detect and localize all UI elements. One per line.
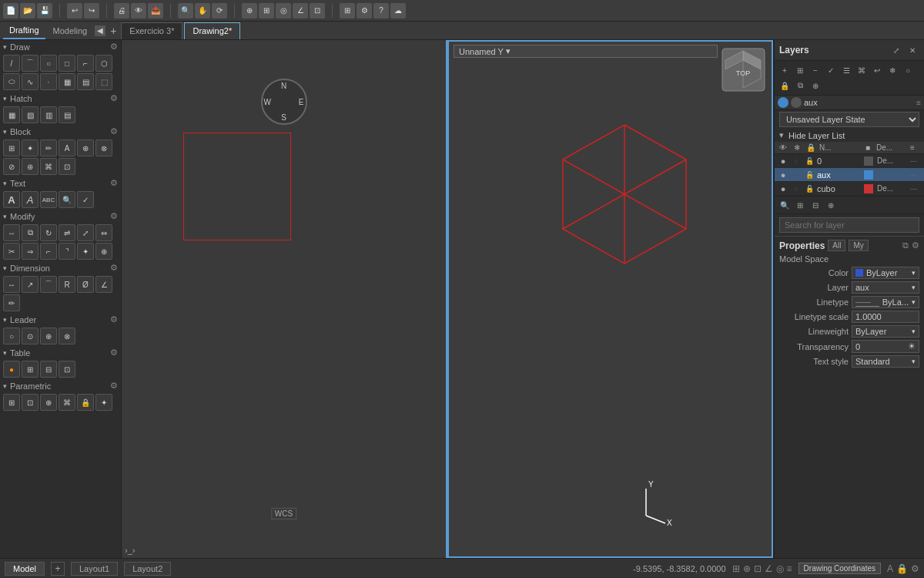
layout1-tab[interactable]: Layout1 <box>71 562 118 576</box>
tool-copy[interactable]: ⧉ <box>22 224 38 241</box>
layer-match-btn[interactable]: ⌘ <box>855 63 869 77</box>
tool-hatch[interactable]: ▦ <box>59 73 75 90</box>
tool-misc-b3[interactable]: ⊘ <box>3 158 20 175</box>
parametric-settings-icon[interactable]: ⚙ <box>110 381 118 391</box>
layer-new-btn[interactable]: + <box>778 63 792 77</box>
workspace-tab-drafting[interactable]: Drafting <box>3 22 45 39</box>
tool-text-find[interactable]: 🔍 <box>59 191 75 208</box>
tool-edit-block[interactable]: ✏ <box>40 139 57 156</box>
tool-text-spell[interactable]: ✓ <box>77 191 94 208</box>
prop-textstyle-value[interactable]: Standard ▾ <box>852 355 919 368</box>
prop-lineweight-value[interactable]: ByLayer ▾ <box>852 325 919 338</box>
layer-search-input[interactable] <box>779 217 919 233</box>
tool-misc-b5[interactable]: ⌘ <box>40 158 57 175</box>
tool-fillet[interactable]: ⌐ <box>40 243 57 260</box>
tool-attribute[interactable]: A <box>59 139 75 156</box>
section-modify[interactable]: ▾ Modify ⚙ <box>0 210 121 223</box>
props-all-btn[interactable]: All <box>828 240 845 251</box>
layer-bot-btn3[interactable]: ⊟ <box>808 198 822 212</box>
otrack-toggle-icon[interactable]: ◎ <box>776 563 784 574</box>
section-table[interactable]: ▾ Table ⚙ <box>0 346 121 359</box>
add-layout-btn[interactable]: + <box>51 562 65 576</box>
drawing-tab-drawing2[interactable]: Drawing2* <box>184 22 240 39</box>
section-draw[interactable]: ▾ Draw ⚙ <box>0 40 121 53</box>
preview-icon[interactable]: 👁 <box>131 3 146 18</box>
settings-icon[interactable]: ⚙ <box>357 3 372 18</box>
help-icon[interactable]: ? <box>373 3 389 18</box>
section-parametric[interactable]: ▾ Parametric ⚙ <box>0 379 121 392</box>
tool-insert-block[interactable]: ⊞ <box>3 139 20 156</box>
print-icon[interactable]: 🖨 <box>114 3 129 18</box>
tool-extend[interactable]: ⇒ <box>22 243 38 260</box>
tool-polyline[interactable]: ⌐ <box>77 55 94 72</box>
props-settings-icon[interactable]: ⚙ <box>912 240 919 250</box>
tool-arc[interactable]: ⌒ <box>22 55 38 72</box>
prop-linetype-scale-value[interactable]: 1.0000 <box>852 311 919 323</box>
layer-freeze-btn[interactable]: ❄ <box>886 63 899 77</box>
layer-row-cubo[interactable]: ● ○ 🔓 cubo De... — <box>775 182 924 196</box>
layer-bot-btn2[interactable]: ⊞ <box>793 198 807 212</box>
polar-toggle-icon[interactable]: ∠ <box>765 563 773 574</box>
tool-trim[interactable]: ✂ <box>3 243 20 260</box>
unnamed-label[interactable]: Unnamed Y ▾ <box>454 45 718 58</box>
ortho-toggle-icon[interactable]: ⊡ <box>754 563 762 574</box>
workspace-icon[interactable]: ⊞ <box>340 3 355 18</box>
layer-bot-btn4[interactable]: ⊕ <box>824 198 838 212</box>
viewport-right-3d[interactable]: SE Isometric | 2D Wireframe TOP <box>447 40 773 558</box>
tool-point[interactable]: · <box>40 73 57 90</box>
layer-delete-btn[interactable]: − <box>808 63 822 77</box>
tool-param1[interactable]: ⊞ <box>3 394 20 411</box>
tool-table1[interactable]: ⊞ <box>22 361 38 378</box>
table-settings-icon[interactable]: ⚙ <box>110 348 118 358</box>
polar-icon[interactable]: ∠ <box>293 3 308 18</box>
text-settings-icon[interactable]: ⚙ <box>110 178 118 188</box>
grid-toggle-icon[interactable]: ⊞ <box>732 563 740 574</box>
tool-param3[interactable]: ⊕ <box>40 394 57 411</box>
layer-new-in-all-vp-btn[interactable]: ⊞ <box>793 63 807 77</box>
tool-leader1[interactable]: ○ <box>3 328 20 344</box>
layer-row-aux[interactable]: ● ○ 🔓 aux — <box>775 168 924 182</box>
tool-leader3[interactable]: ⊕ <box>40 328 57 344</box>
snap-toggle-icon[interactable]: ⊕ <box>743 563 751 574</box>
tool-leader2[interactable]: ⊙ <box>22 328 38 344</box>
tool-explode[interactable]: ✦ <box>77 243 94 260</box>
tool-spline[interactable]: ∿ <box>22 73 38 90</box>
layer-bot-btn1[interactable]: 🔍 <box>778 198 792 212</box>
tool-table3[interactable]: ⊡ <box>59 361 75 378</box>
orbit-icon[interactable]: ⟳ <box>212 3 227 18</box>
layer-state-dropdown[interactable]: Unsaved Layer State <box>779 112 919 127</box>
tool-stretch[interactable]: ⇔ <box>95 224 112 241</box>
tool-create-block[interactable]: ✦ <box>22 139 38 156</box>
tool-ellipse[interactable]: ⬭ <box>3 73 20 90</box>
pan-icon[interactable]: ✋ <box>195 3 210 18</box>
tool-gradient[interactable]: ▤ <box>77 73 94 90</box>
tool-dim-diameter[interactable]: Ø <box>77 276 94 293</box>
layers-expand-icon[interactable]: ⤢ <box>889 43 903 57</box>
workspace-tab-modeling[interactable]: Modeling <box>47 22 94 39</box>
tool-mirror[interactable]: ⇌ <box>59 224 75 241</box>
lineweight-toggle-icon[interactable]: ≡ <box>787 563 792 574</box>
props-copy-icon[interactable]: ⧉ <box>902 240 909 250</box>
draw-settings-icon[interactable]: ⚙ <box>110 42 118 52</box>
viewport-left-2d[interactable]: N S W E WCS ›_› <box>122 40 447 558</box>
undo-icon[interactable]: ↩ <box>67 3 82 18</box>
tool-text-A[interactable]: A <box>3 191 20 208</box>
model-tab[interactable]: Model <box>5 562 45 576</box>
block-settings-icon[interactable]: ⚙ <box>110 126 118 136</box>
grid-icon[interactable]: ⊞ <box>259 3 274 18</box>
tool-region[interactable]: ⬚ <box>95 73 112 90</box>
tool-hatch3[interactable]: ▥ <box>40 106 57 123</box>
section-block[interactable]: ▾ Block ⚙ <box>0 125 121 138</box>
drawing-coords-btn[interactable]: Drawing Coordinates <box>798 563 881 574</box>
layout2-tab[interactable]: Layout2 <box>124 562 171 576</box>
tool-join[interactable]: ⊕ <box>95 243 112 260</box>
layer-merge-btn[interactable]: ⊕ <box>808 79 822 92</box>
redo-icon[interactable]: ↪ <box>84 3 99 18</box>
props-my-btn[interactable]: My <box>849 240 868 251</box>
layer-previous-btn[interactable]: ↩ <box>870 63 884 77</box>
tool-dim-edit[interactable]: ✏ <box>3 294 20 311</box>
workspace-lock-icon[interactable]: 🔒 <box>896 563 908 574</box>
tool-hatch4[interactable]: ▤ <box>59 106 75 123</box>
tool-text-a[interactable]: A <box>22 191 38 208</box>
tool-misc-b1[interactable]: ⊕ <box>77 139 94 156</box>
